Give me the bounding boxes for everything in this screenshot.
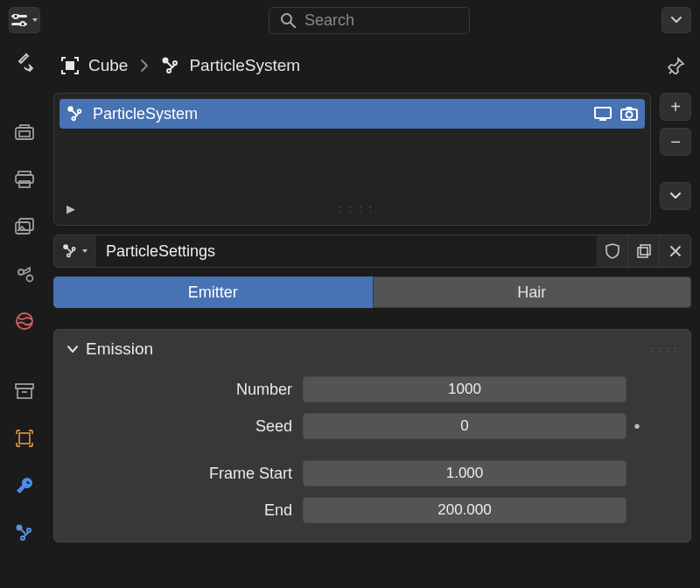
particle-system-name: ParticleSystem bbox=[93, 105, 198, 123]
svg-line-38 bbox=[77, 113, 80, 116]
new-datablock-button[interactable] bbox=[628, 234, 660, 268]
play-icon[interactable]: ▶ bbox=[66, 202, 75, 215]
camera-icon[interactable] bbox=[620, 107, 638, 121]
object-icon bbox=[16, 430, 33, 447]
pushpin-icon bbox=[668, 57, 685, 74]
svg-point-44 bbox=[64, 245, 67, 248]
minus-icon: − bbox=[670, 132, 681, 152]
chevron-right-icon bbox=[140, 59, 149, 73]
grip-icon[interactable]: : : : : bbox=[650, 345, 678, 354]
tab-tool[interactable] bbox=[10, 47, 39, 77]
editor-type-button[interactable] bbox=[9, 7, 40, 33]
tab-output[interactable] bbox=[10, 164, 39, 194]
tab-render[interactable] bbox=[10, 117, 39, 147]
svg-point-23 bbox=[27, 528, 31, 532]
datablock-browse-button[interactable] bbox=[53, 234, 95, 268]
number-field[interactable]: 1000 bbox=[303, 376, 626, 402]
frame-start-field[interactable]: 1.000 bbox=[303, 460, 626, 486]
seed-field[interactable]: 0 bbox=[303, 413, 626, 439]
animate-seed-button[interactable]: • bbox=[626, 416, 648, 437]
tab-collection[interactable] bbox=[10, 376, 39, 406]
tab-world[interactable] bbox=[10, 306, 39, 336]
svg-rect-11 bbox=[19, 181, 30, 187]
plus-icon: + bbox=[670, 97, 681, 117]
svg-line-32 bbox=[172, 65, 175, 68]
object-corners-icon bbox=[60, 56, 80, 75]
tab-hair[interactable]: Hair bbox=[373, 276, 692, 308]
screen-icon[interactable] bbox=[594, 107, 612, 121]
images-icon bbox=[15, 218, 34, 235]
svg-line-26 bbox=[24, 535, 26, 537]
shield-icon bbox=[606, 243, 620, 259]
tab-view-layer[interactable] bbox=[10, 212, 39, 242]
search-input[interactable]: Search bbox=[269, 7, 470, 34]
breadcrumb-system-label: ParticleSystem bbox=[189, 56, 300, 75]
search-placeholder: Search bbox=[304, 11, 354, 30]
options-popover-button[interactable] bbox=[662, 7, 691, 33]
tab-particles[interactable] bbox=[10, 518, 39, 548]
frame-end-value: 200.000 bbox=[438, 501, 491, 519]
grip-icon[interactable]: : : : : bbox=[75, 204, 638, 214]
svg-rect-40 bbox=[595, 108, 611, 118]
svg-line-33 bbox=[170, 67, 172, 70]
particles-icon bbox=[161, 56, 180, 75]
frame-end-field[interactable]: 200.000 bbox=[303, 497, 626, 523]
svg-line-35 bbox=[72, 110, 76, 115]
remove-slot-button[interactable]: − bbox=[660, 128, 691, 156]
number-label: Number bbox=[66, 381, 303, 399]
wrench-icon bbox=[15, 476, 34, 495]
particles-icon bbox=[15, 523, 34, 542]
svg-rect-20 bbox=[19, 433, 30, 444]
svg-line-45 bbox=[66, 248, 71, 253]
breadcrumb-object[interactable]: Cube bbox=[60, 56, 128, 75]
svg-rect-51 bbox=[638, 248, 648, 257]
tab-scene[interactable] bbox=[10, 259, 39, 289]
wrench-screwdriver-icon bbox=[15, 52, 34, 72]
tab-object[interactable] bbox=[10, 424, 39, 453]
number-value: 1000 bbox=[448, 381, 481, 398]
archive-icon bbox=[15, 382, 34, 400]
pin-toggle[interactable] bbox=[662, 51, 691, 80]
particles-icon bbox=[66, 105, 84, 122]
svg-rect-6 bbox=[16, 128, 33, 139]
particle-system-slot[interactable]: ParticleSystem bbox=[60, 99, 645, 129]
particle-settings-datablock: ParticleSettings bbox=[53, 234, 691, 268]
svg-point-1 bbox=[14, 14, 18, 18]
camera-back-icon bbox=[15, 124, 34, 140]
svg-point-16 bbox=[17, 313, 32, 329]
particle-type-tabs: Emitter Hair bbox=[53, 276, 691, 308]
duplicate-icon bbox=[637, 244, 651, 258]
tab-modifiers[interactable] bbox=[10, 471, 39, 500]
svg-line-22 bbox=[21, 529, 26, 535]
add-slot-button[interactable]: + bbox=[660, 93, 691, 121]
frame-start-value: 1.000 bbox=[446, 465, 484, 482]
emission-panel-title: Emission bbox=[86, 340, 153, 359]
svg-point-36 bbox=[78, 109, 81, 113]
specials-menu-button[interactable] bbox=[660, 182, 691, 210]
seed-value: 0 bbox=[460, 417, 468, 435]
tab-emitter[interactable]: Emitter bbox=[53, 276, 373, 308]
svg-point-28 bbox=[164, 59, 168, 63]
svg-line-29 bbox=[167, 62, 172, 67]
frame-start-label: Frame Start bbox=[66, 465, 303, 483]
emission-panel-header[interactable]: Emission : : : : bbox=[66, 330, 678, 368]
world-icon bbox=[15, 312, 34, 331]
svg-point-34 bbox=[68, 107, 73, 111]
svg-rect-8 bbox=[19, 131, 30, 136]
svg-rect-12 bbox=[19, 219, 33, 230]
svg-line-39 bbox=[74, 116, 77, 117]
svg-line-5 bbox=[290, 23, 295, 27]
breadcrumb-particle-system[interactable]: ParticleSystem bbox=[161, 56, 300, 75]
scene-icon bbox=[15, 265, 34, 283]
tab-emitter-label: Emitter bbox=[188, 284, 238, 302]
unlink-datablock-button[interactable] bbox=[660, 234, 691, 268]
svg-rect-18 bbox=[18, 388, 32, 398]
fake-user-button[interactable] bbox=[597, 234, 628, 268]
svg-point-43 bbox=[626, 112, 633, 118]
datablock-name-field[interactable]: ParticleSettings bbox=[95, 234, 597, 268]
chevron-down-icon bbox=[671, 17, 682, 24]
svg-point-46 bbox=[72, 248, 74, 250]
chevron-down-icon bbox=[670, 192, 681, 200]
breadcrumb-object-label: Cube bbox=[88, 56, 128, 75]
svg-rect-27 bbox=[66, 62, 74, 69]
